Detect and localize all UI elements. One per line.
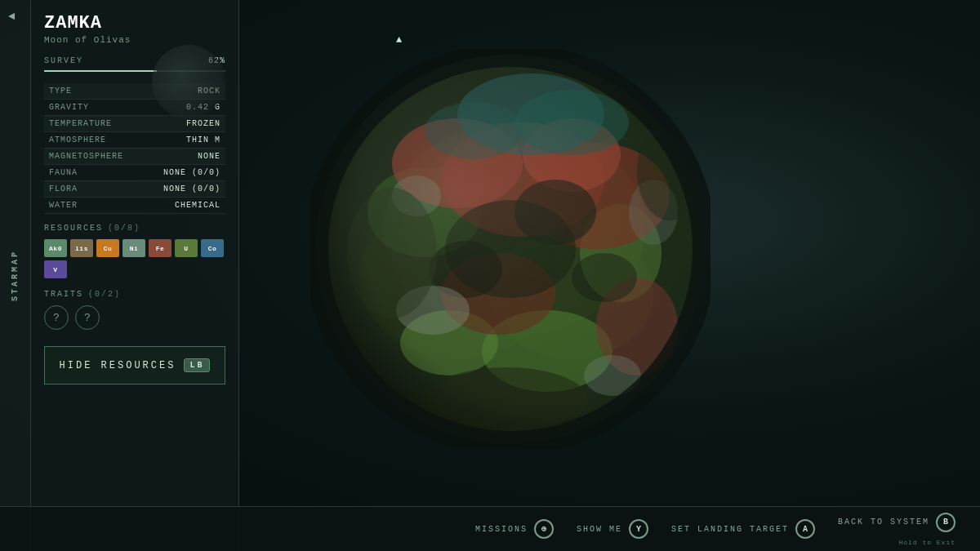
action-sublabel-back: Hold to Exit (898, 539, 956, 546)
sidebar-strip: ◄ Starmap (0, 0, 31, 551)
stat-value: None (144, 149, 225, 165)
action-badge-missions: ⊕ (534, 519, 554, 539)
bottom-bar: Missions ⊕Show Me YSet Landing Target A … (0, 506, 980, 551)
planet-svg (310, 49, 710, 449)
planet-name: Zamka (44, 13, 225, 33)
resource-chip: V (44, 260, 67, 278)
survey-label: Survey (44, 56, 83, 65)
traits-header: Traits(0/2) (44, 290, 225, 299)
planet-subtitle: Moon of Olivas (44, 35, 225, 45)
resources-grid: Ak0lisCuNiFeUCoV (44, 239, 225, 278)
stat-label: Fauna (44, 165, 144, 181)
action-label-missions: Missions (475, 525, 528, 534)
planet-silhouette-small (152, 45, 225, 118)
hide-resources-badge: LB (184, 358, 210, 372)
action-badge-back: B (936, 513, 956, 532)
survey-bar-fill (44, 70, 157, 72)
resource-chip: U (175, 239, 198, 257)
stat-value: Thin M (144, 132, 225, 149)
table-row: Flora None (0/0) (44, 181, 225, 198)
sidebar-label: Starmap (11, 250, 20, 301)
stat-value: Chemical (144, 198, 225, 214)
action-badge-landing: A (795, 519, 815, 539)
table-row: Atmosphere Thin M (44, 132, 225, 149)
resource-chip: Ni (122, 239, 145, 257)
stat-label: Flora (44, 181, 144, 198)
hide-resources-label: Hide Resources (60, 360, 176, 371)
planet-main-visual: ▲ (310, 49, 710, 449)
stat-label: Type (44, 83, 144, 100)
stat-value: None (0/0) (144, 165, 225, 181)
resource-chip: Fe (149, 239, 172, 257)
action-badge-show-me: Y (629, 519, 648, 539)
stat-label: Water (44, 198, 144, 214)
resource-chip: Co (201, 239, 224, 257)
table-row: Fauna None (0/0) (44, 165, 225, 181)
table-row: Water Chemical (44, 198, 225, 214)
hide-resources-button[interactable]: Hide Resources LB (44, 346, 225, 384)
resources-header: Resources(0/8) (44, 224, 225, 233)
action-label-back: Back to System (838, 518, 929, 527)
action-label-show-me: Show Me (577, 525, 622, 534)
table-row: Temperature Frozen (44, 116, 225, 132)
trait-circle: ? (44, 305, 69, 330)
bottom-action-landing[interactable]: Set Landing Target A (671, 519, 815, 539)
resource-chip: Ak0 (44, 239, 67, 257)
stat-label: Temperature (44, 116, 144, 132)
stat-label: Gravity (44, 100, 144, 116)
bottom-action-missions[interactable]: Missions ⊕ (475, 519, 554, 539)
action-label-landing: Set Landing Target (671, 525, 789, 534)
table-row: Magnetosphere None (44, 149, 225, 165)
stat-value: None (0/0) (144, 181, 225, 198)
bottom-action-show-me[interactable]: Show Me Y (577, 519, 648, 539)
trait-circle: ? (75, 305, 100, 330)
resource-chip: Cu (96, 239, 119, 257)
stat-label: Magnetosphere (44, 149, 144, 165)
bottom-action-back[interactable]: Back to System B Hold to Exit (838, 513, 956, 546)
sidebar-arrow[interactable]: ◄ (8, 10, 15, 23)
stat-label: Atmosphere (44, 132, 144, 149)
landing-arrow: ▲ (396, 34, 402, 46)
resource-chip: lis (70, 239, 93, 257)
info-panel: Zamka Moon of Olivas Survey 62% Type Roc… (31, 0, 239, 551)
traits-row: ?? (44, 305, 225, 330)
